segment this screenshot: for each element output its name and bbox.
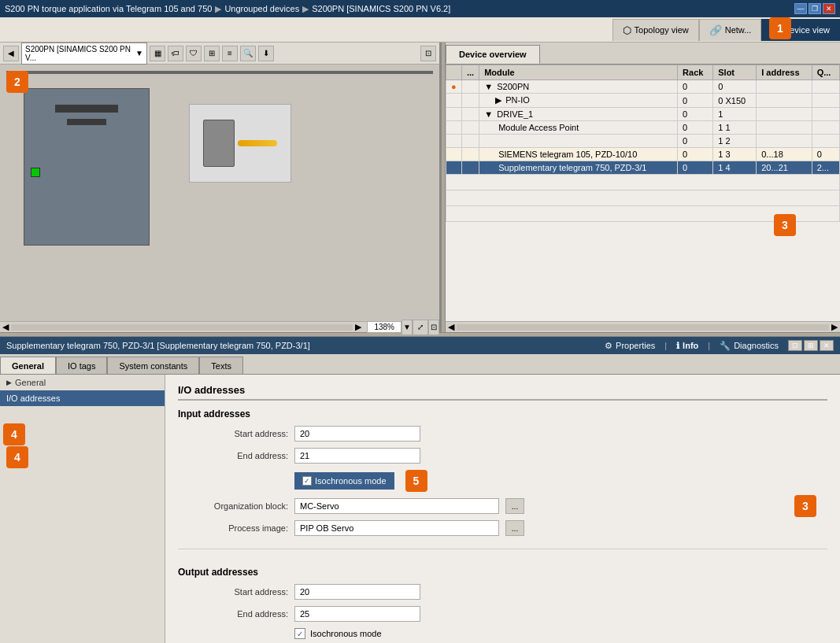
row-slot: 0 X150 — [713, 94, 757, 108]
out-isochronous-checkbox[interactable]: ✓ — [294, 628, 305, 639]
device-dropdown-label: S200PN [SINAMICS S200 PN V... — [25, 45, 135, 62]
panel-btn-1[interactable]: ⊡ — [788, 340, 802, 351]
col-iaddr: I address — [757, 65, 812, 80]
nav-general[interactable]: ▶ General — [0, 375, 165, 390]
scroll-left[interactable]: ◀ — [446, 322, 457, 332]
diagnostics-tab-btn[interactable]: 🔧 Diagnostics — [712, 338, 786, 353]
minimize-button[interactable]: — — [794, 3, 807, 14]
table-row-selected[interactable]: Supplementary telegram 750, PZD-3/1 0 1 … — [446, 161, 840, 175]
row-icon — [446, 94, 462, 108]
isochronous-label: Isochronous mode — [315, 476, 387, 486]
panel-btn-2[interactable]: ⊞ — [804, 340, 818, 351]
bottom-subtabs: General IO tags System constants Texts — [0, 354, 840, 375]
table-row[interactable]: ▶ PN-IO 0 0 X150 — [446, 94, 840, 108]
row-rack: 0 — [678, 94, 713, 108]
tab-divider-1: | — [664, 341, 667, 350]
table-row[interactable]: ● ▼ S200PN 0 0 — [446, 80, 840, 94]
row-qaddr: 0 — [812, 148, 839, 161]
bottom-title-bar: Supplementary telegram 750, PZD-3/1 [Sup… — [0, 337, 840, 354]
row-slot: 1 3 — [713, 148, 757, 161]
stack-icon[interactable]: ≡ — [222, 46, 238, 61]
row-qaddr — [812, 121, 839, 135]
scroll-right-btn[interactable]: ▶ — [353, 322, 364, 332]
device-dropdown[interactable]: S200PN [SINAMICS S200 PN V... ▼ — [21, 42, 147, 65]
panel-resize-btn[interactable]: ⊡ — [428, 320, 439, 335]
tab-texts[interactable]: Texts — [199, 357, 243, 374]
tag-icon[interactable]: 🏷 — [168, 46, 183, 61]
fit-btn[interactable]: ⤢ — [413, 320, 428, 335]
badge-4-overlay: 4 — [6, 446, 28, 468]
properties-tab-btn[interactable]: ⚙ Properties — [597, 338, 663, 353]
isochronous-checkbox-box[interactable]: ✓ — [302, 476, 312, 486]
output-addresses-subtitle: Output addresses — [178, 567, 827, 578]
device-overview-tab[interactable]: Device overview — [446, 45, 540, 64]
badge-4: 4 — [3, 423, 25, 445]
isochronous-checkbox-container[interactable]: ✓ Isochronous mode — [294, 472, 394, 490]
row-iaddr — [757, 94, 812, 108]
tab-general-label: General — [12, 361, 44, 371]
right-scroll-h[interactable]: ◀ ▶ — [446, 321, 840, 332]
title-bar: S200 PN torque application via Telegram … — [0, 0, 840, 17]
org-block-row: Organization block: ... — [178, 498, 827, 514]
out-end-address-label: End address: — [178, 609, 288, 619]
nav-io-addresses-label: I/O addresses — [6, 394, 60, 403]
isochronous-row: ✓ Isochronous mode 5 — [294, 470, 827, 492]
end-address-label: End address: — [178, 451, 288, 460]
left-scroll-h[interactable]: ◀ ▶ 138% ▼ ⤢ ⊡ — [0, 321, 439, 332]
out-start-address-input[interactable] — [294, 584, 420, 600]
tab-system-constants-label: System constants — [119, 361, 187, 371]
start-address-input[interactable] — [294, 426, 420, 442]
row-dots — [462, 148, 479, 161]
top-toolbar: ⬡ Topology view 🔗 Netw... ▣ Device view — [0, 17, 840, 42]
bottom-main: I/O addresses Input addresses Start addr… — [165, 375, 840, 643]
close-button[interactable]: ✕ — [823, 3, 835, 14]
diagnostics-label: Diagnostics — [734, 341, 779, 350]
info-icon: ℹ — [676, 341, 679, 351]
org-block-browse-btn[interactable]: ... — [505, 498, 524, 514]
org-block-input[interactable] — [294, 498, 499, 514]
table-row[interactable]: ▼ DRIVE_1 0 1 — [446, 108, 840, 121]
tab-general[interactable]: General — [0, 357, 56, 374]
dropdown-arrow-icon: ▼ — [135, 49, 143, 57]
scroll-right[interactable]: ▶ — [829, 322, 840, 332]
table-row[interactable]: SIEMENS telegram 105, PZD-10/10 0 1 3 0.… — [446, 148, 840, 161]
end-address-input[interactable] — [294, 448, 420, 464]
table-row[interactable]: Module Access Point 0 1 1 — [446, 121, 840, 135]
zoom-icon[interactable]: 🔍 — [240, 46, 256, 61]
process-image-input[interactable] — [294, 520, 499, 536]
scroll-left-btn[interactable]: ◀ — [0, 322, 11, 332]
network-view-tab[interactable]: 🔗 Netw... — [699, 19, 762, 41]
row-qaddr — [812, 80, 839, 94]
col-rack: Rack — [678, 65, 713, 80]
layout-icon[interactable]: ⊞ — [204, 46, 220, 61]
right-tab-bar: Device overview — [446, 42, 840, 65]
panel-btn-close[interactable]: ✕ — [820, 340, 834, 351]
nav-io-addresses[interactable]: I/O addresses — [0, 390, 165, 406]
panel-toggle[interactable]: ⊡ — [420, 46, 436, 61]
canvas-area: 2 — [0, 65, 439, 321]
row-iaddr — [757, 80, 812, 94]
breadcrumb-arrow1: ▶ — [215, 4, 221, 14]
process-image-browse-btn[interactable]: ... — [505, 520, 524, 536]
restore-button[interactable]: ❐ — [809, 3, 821, 14]
info-tab-btn[interactable]: ℹ Info — [668, 338, 706, 353]
process-image-row: Process image: ... — [178, 520, 827, 536]
back-button[interactable]: ◀ — [3, 46, 19, 61]
shield-icon[interactable]: 🛡 — [186, 46, 202, 61]
row-qaddr: 2... — [812, 161, 839, 175]
left-panel: ◀ S200PN [SINAMICS S200 PN V... ▼ ▦ 🏷 🛡 … — [0, 42, 441, 332]
out-start-address-label: Start address: — [178, 587, 288, 597]
row-dots — [462, 121, 479, 135]
download-icon[interactable]: ⬇ — [258, 46, 274, 61]
nav-expand-icon: ▶ — [6, 379, 12, 386]
topology-view-tab[interactable]: ⬡ Topology view — [612, 19, 699, 41]
row-qaddr — [812, 135, 839, 148]
zoom-dropdown-btn[interactable]: ▼ — [401, 320, 413, 335]
out-end-address-input[interactable] — [294, 606, 420, 622]
tab-io-tags[interactable]: IO tags — [56, 357, 107, 374]
grid-icon[interactable]: ▦ — [150, 46, 165, 61]
row-rack: 0 — [678, 121, 713, 135]
row-iaddr: 20...21 — [757, 161, 812, 175]
tab-system-constants[interactable]: System constants — [107, 357, 199, 374]
table-row[interactable]: 0 1 2 — [446, 135, 840, 148]
